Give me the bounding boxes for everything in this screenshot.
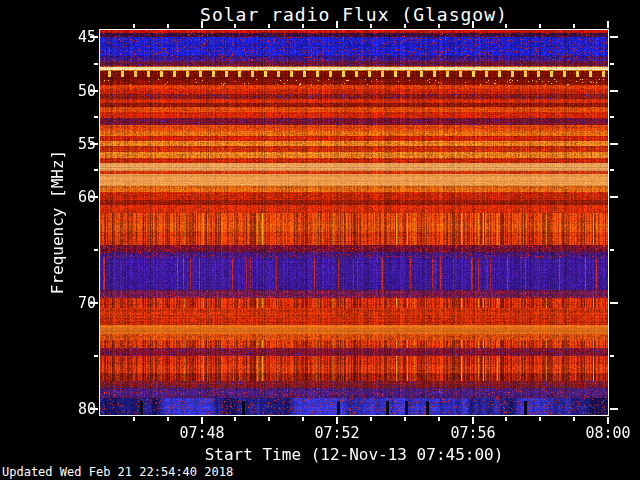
tick-mark [234, 417, 236, 421]
tick-mark [438, 24, 440, 28]
tick-mark [610, 116, 614, 118]
tick-mark [573, 417, 575, 421]
tick-mark [610, 36, 618, 38]
updated-timestamp: Updated Wed Feb 21 22:54:40 2018 [2, 465, 233, 479]
y-tick-label: 45 [0, 28, 96, 46]
tick-mark [94, 249, 98, 251]
tick-mark [234, 24, 236, 28]
tick-mark [94, 169, 98, 171]
tick-mark [610, 355, 614, 357]
plot-frame [99, 29, 609, 416]
y-axis-title: Frequency [MHz] [48, 150, 67, 295]
tick-mark [336, 21, 338, 28]
tick-mark [302, 417, 304, 421]
tick-mark [201, 417, 203, 424]
tick-mark [133, 417, 135, 421]
tick-mark [610, 63, 614, 65]
x-tick-label: 07:52 [302, 424, 372, 442]
tick-mark [167, 24, 169, 28]
tick-mark [610, 169, 614, 171]
tick-mark [539, 417, 541, 421]
solar-radio-flux-figure: Solar radio Flux (Glasgow) 07:4807:5207:… [0, 0, 640, 480]
tick-mark [539, 24, 541, 28]
tick-mark [370, 417, 372, 421]
tick-mark [505, 24, 507, 28]
tick-mark [573, 24, 575, 28]
chart-title: Solar radio Flux (Glasgow) [100, 4, 608, 25]
tick-mark [610, 90, 618, 92]
tick-mark [610, 143, 618, 145]
x-tick-label: 07:48 [167, 424, 237, 442]
tick-mark [404, 24, 406, 28]
tick-mark [336, 417, 338, 424]
tick-mark [438, 417, 440, 421]
tick-mark [505, 417, 507, 421]
tick-mark [472, 417, 474, 424]
tick-mark [607, 21, 609, 28]
x-axis-title: Start Time (12-Nov-13 07:45:00) [100, 445, 608, 464]
tick-mark [133, 24, 135, 28]
tick-mark [94, 355, 98, 357]
x-tick-label: 07:56 [438, 424, 508, 442]
y-tick-label: 80 [0, 400, 96, 418]
tick-mark [610, 196, 618, 198]
tick-mark [404, 417, 406, 421]
tick-mark [610, 249, 614, 251]
tick-mark [94, 116, 98, 118]
tick-mark [268, 24, 270, 28]
tick-mark [302, 24, 304, 28]
y-tick-label: 70 [0, 294, 96, 312]
tick-mark [610, 408, 618, 410]
y-tick-label: 50 [0, 82, 96, 100]
tick-mark [201, 21, 203, 28]
tick-mark [167, 417, 169, 421]
tick-mark [268, 417, 270, 421]
tick-mark [370, 24, 372, 28]
tick-mark [607, 417, 609, 424]
x-tick-label: 08:00 [573, 424, 640, 442]
tick-mark [610, 302, 618, 304]
tick-mark [94, 63, 98, 65]
tick-mark [472, 21, 474, 28]
